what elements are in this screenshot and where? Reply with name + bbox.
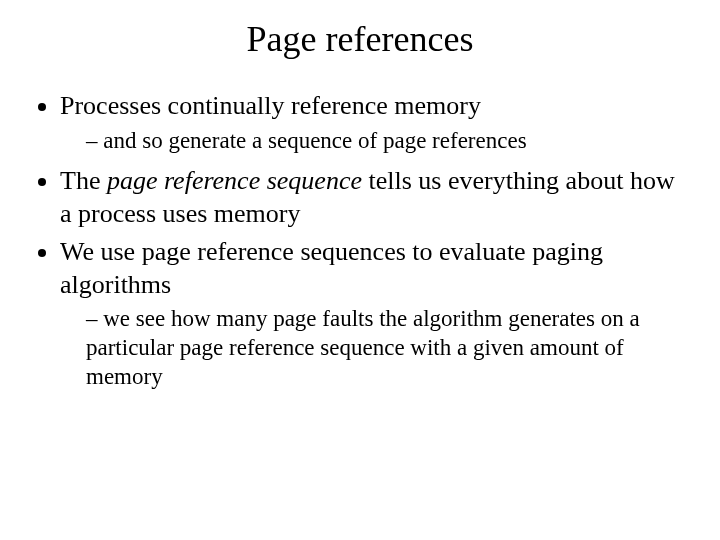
slide-body: Processes continually reference memory a… bbox=[0, 90, 720, 392]
bullet-2-pre: The bbox=[60, 166, 107, 195]
bullet-3-sub-1: we see how many page faults the algorith… bbox=[86, 305, 692, 391]
bullet-3-text: We use page reference sequences to evalu… bbox=[60, 237, 603, 299]
bullet-2: The page reference sequence tells us eve… bbox=[60, 165, 692, 230]
bullet-1-sub-1: and so generate a sequence of page refer… bbox=[86, 127, 692, 156]
bullet-list: Processes continually reference memory a… bbox=[24, 90, 692, 392]
slide-title: Page references bbox=[0, 18, 720, 60]
bullet-2-term: page reference sequence bbox=[107, 166, 362, 195]
bullet-1-text: Processes continually reference memory bbox=[60, 91, 481, 120]
bullet-3: We use page reference sequences to evalu… bbox=[60, 236, 692, 391]
bullet-1-sublist: and so generate a sequence of page refer… bbox=[60, 127, 692, 156]
slide: Page references Processes continually re… bbox=[0, 18, 720, 540]
bullet-1: Processes continually reference memory a… bbox=[60, 90, 692, 155]
bullet-3-sublist: we see how many page faults the algorith… bbox=[60, 305, 692, 391]
